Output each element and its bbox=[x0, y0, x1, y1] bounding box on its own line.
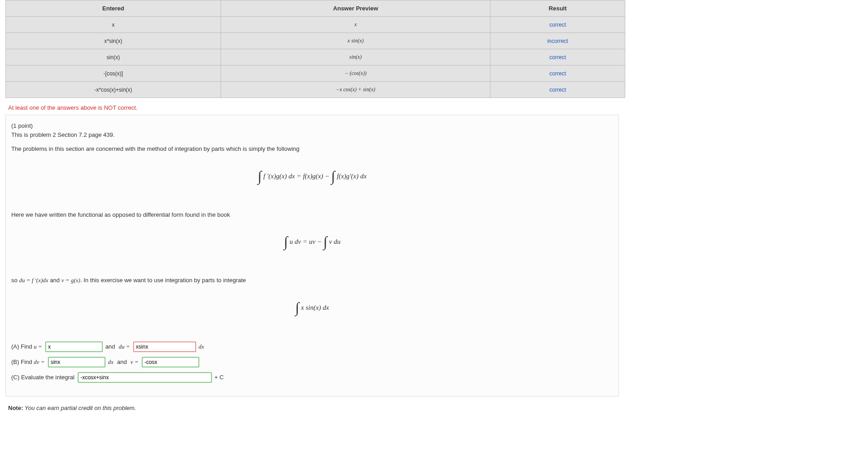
part-b-label: (B) Find dv = bbox=[11, 358, 45, 367]
text-so: so bbox=[11, 277, 19, 284]
text-rest: . In this exercise we want to use integr… bbox=[80, 277, 246, 284]
cell-entered: sin(x) bbox=[6, 49, 221, 65]
points-label: (1 point) bbox=[11, 122, 33, 129]
input-v[interactable] bbox=[142, 357, 199, 367]
cell-preview: x bbox=[221, 17, 490, 33]
cell-entered: -[cos(x)] bbox=[6, 65, 221, 82]
error-message: At least one of the answers above is NOT… bbox=[8, 104, 625, 111]
problem-mid1: Here we have written the functional as o… bbox=[11, 210, 613, 219]
cell-preview: x sin(x) bbox=[221, 33, 490, 49]
label-v: v = bbox=[130, 358, 139, 367]
part-a-label: (A) Find u = bbox=[11, 342, 42, 351]
cell-preview: −x cos(x) + sin(x) bbox=[221, 82, 490, 98]
note-bold: Note: bbox=[8, 405, 23, 411]
note-text: You can earn partial credit on this prob… bbox=[23, 405, 136, 411]
label-du: du = bbox=[119, 342, 130, 351]
text-and: and bbox=[48, 277, 61, 284]
cell-result: correct bbox=[490, 17, 625, 33]
equation-ibp-functional: ∫ f ′(x)g(x) dx = f(x)g(x) − ∫ f(x)g′(x)… bbox=[11, 166, 613, 188]
cell-result: correct bbox=[490, 82, 625, 98]
text-and-b: and bbox=[117, 358, 127, 367]
part-b-row: (B) Find dv = dx and v = bbox=[11, 357, 613, 367]
note-partial-credit: Note: You can earn partial credit on thi… bbox=[8, 405, 625, 411]
cell-result: correct bbox=[490, 49, 625, 65]
label-plus-c: + C bbox=[214, 373, 224, 382]
part-c-row: (C) Evaluate the integral + C bbox=[11, 373, 613, 382]
col-header-result: Result bbox=[490, 0, 625, 17]
part-c-label: (C) Evaluate the integral bbox=[11, 373, 74, 382]
table-row: sin(x)sin(x)correct bbox=[6, 49, 625, 65]
input-integral[interactable] bbox=[78, 373, 212, 382]
label-dx-b: dx bbox=[108, 358, 113, 367]
problem-desc: This is problem 2 Section 7.2 page 439. bbox=[11, 131, 115, 138]
input-u[interactable] bbox=[46, 342, 102, 352]
cell-entered: x*sin(x) bbox=[6, 33, 221, 49]
cell-entered: x bbox=[6, 17, 221, 33]
cell-entered: -x*cos(x)+sin(x) bbox=[6, 82, 221, 98]
equation-target-integral: ∫ x sin(x) dx bbox=[11, 298, 613, 319]
cell-result: correct bbox=[490, 65, 625, 82]
results-table: Entered Answer Preview Result xxcorrectx… bbox=[5, 0, 625, 98]
col-header-preview: Answer Preview bbox=[221, 0, 490, 17]
problem-mid2: so du = f ′(x)dx and v = g(x). In this e… bbox=[11, 276, 613, 285]
table-row: x*sin(x)x sin(x)incorrect bbox=[6, 33, 625, 49]
part-a-row: (A) Find u = and du = dx bbox=[11, 342, 613, 352]
cell-preview: sin(x) bbox=[221, 49, 490, 65]
math-du: du = f ′(x)dx bbox=[19, 277, 48, 284]
text-and-a: and bbox=[105, 342, 115, 351]
problem-box: (1 point) This is problem 2 Section 7.2 … bbox=[5, 115, 619, 396]
cell-preview: − (cos(x)) bbox=[221, 65, 490, 82]
col-header-entered: Entered bbox=[6, 0, 221, 17]
table-row: xxcorrect bbox=[6, 17, 625, 33]
equation-ibp-differential: ∫ u dv = uv − ∫ v du bbox=[11, 232, 613, 253]
table-row: -x*cos(x)+sin(x)−x cos(x) + sin(x)correc… bbox=[6, 82, 625, 98]
label-dx-a: dx bbox=[199, 342, 204, 351]
cell-result: incorrect bbox=[490, 33, 625, 49]
math-v: v = g(x) bbox=[61, 277, 80, 284]
input-dv[interactable] bbox=[48, 357, 105, 367]
problem-intro: The problems in this section are concern… bbox=[11, 144, 613, 154]
input-du[interactable] bbox=[134, 342, 196, 352]
table-row: -[cos(x)]− (cos(x))correct bbox=[6, 65, 625, 82]
